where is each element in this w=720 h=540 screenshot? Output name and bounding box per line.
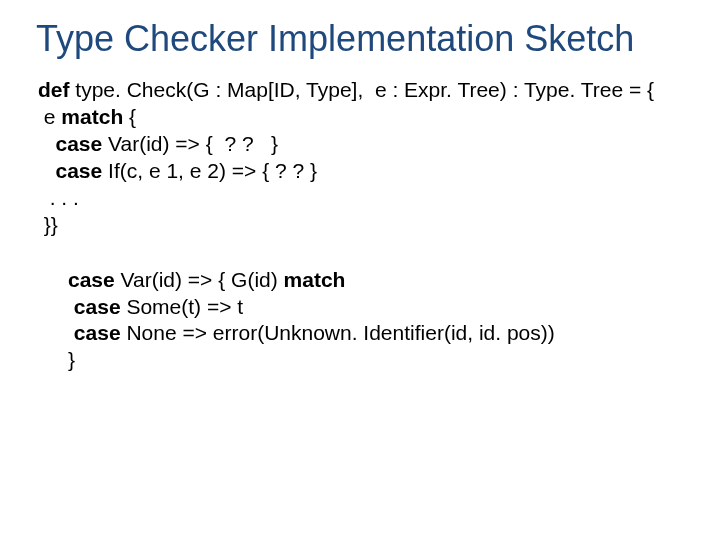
gamma-symbol: G [193,78,209,101]
code-line: case Var(id) => { G(id) match [68,267,690,294]
code-line: case If(c, e 1, e 2) => { ? ? } [38,158,690,185]
keyword-match: match [284,268,346,291]
code-line: case Some(t) => t [68,294,690,321]
code-line: e match { [38,104,690,131]
slide-title: Type Checker Implementation Sketch [36,18,690,59]
gamma-symbol: G [231,268,247,291]
code-line: def type. Check(G : Map[ID, Type], e : E… [38,77,690,104]
keyword-case: case [56,159,103,182]
keyword-case: case [68,268,115,291]
code-line: case Var(id) => { ? ? } [38,131,690,158]
keyword-match: match [61,105,123,128]
code-line: . . . [38,185,690,212]
keyword-def: def [38,78,70,101]
code-line: } [68,347,690,374]
code-block-detail: case Var(id) => { G(id) match case Some(… [68,267,690,375]
slide: Type Checker Implementation Sketch def t… [0,0,720,540]
keyword-case: case [74,321,121,344]
code-line: }} [38,212,690,239]
keyword-case: case [56,132,103,155]
code-block-main: def type. Check(G : Map[ID, Type], e : E… [38,77,690,374]
keyword-case: case [74,295,121,318]
code-line: case None => error(Unknown. Identifier(i… [68,320,690,347]
